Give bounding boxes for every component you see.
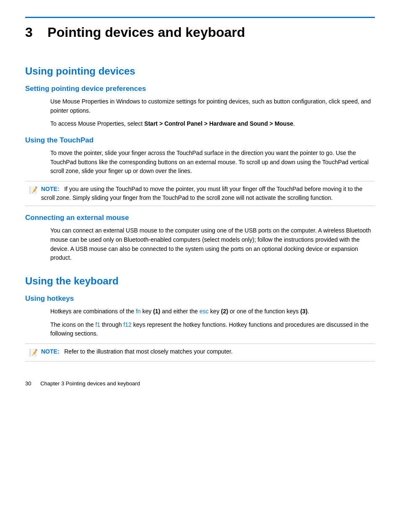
connecting-mouse-para: You can connect an external USB mouse to…	[50, 226, 375, 263]
using-keyboard-section: Using the keyboard Using hotkeys Hotkeys…	[25, 275, 375, 362]
touchpad-note-label: NOTE:	[41, 186, 60, 192]
page-number: 30	[25, 380, 31, 387]
setting-preferences-heading: Setting pointing device preferences	[25, 85, 375, 93]
chapter-title: 3 Pointing devices and keyboard	[25, 25, 375, 40]
using-touchpad-subsection: Using the TouchPad To move the pointer, …	[25, 136, 375, 206]
touchpad-note-content: NOTE: If you are using the TouchPad to m…	[41, 185, 371, 202]
chapter-title-text: Pointing devices and keyboard	[47, 25, 245, 40]
using-pointing-devices-section: Using pointing devices Setting pointing …	[25, 65, 375, 263]
hotkeys-note-icon: 📝	[29, 348, 38, 358]
hotkeys-para1: Hotkeys are combinations of the fn key (…	[50, 307, 375, 316]
using-hotkeys-heading: Using hotkeys	[25, 294, 375, 303]
chapter-ref: Chapter 3 Pointing devices and keyboard	[40, 380, 140, 387]
chapter-number: 3	[25, 25, 33, 40]
hotkeys-note-label: NOTE:	[41, 348, 60, 355]
using-touchpad-heading: Using the TouchPad	[25, 136, 375, 145]
note-icon: 📝	[29, 185, 38, 195]
using-pointing-devices-heading: Using pointing devices	[25, 65, 375, 77]
setting-preferences-para1: Use Mouse Properties in Windows to custo…	[50, 97, 375, 115]
page-footer: 30 Chapter 3 Pointing devices and keyboa…	[25, 380, 140, 387]
connecting-mouse-subsection: Connecting an external mouse You can con…	[25, 214, 375, 263]
page: 3 Pointing devices and keyboard Using po…	[0, 0, 400, 399]
hotkeys-para2: The icons on the f1 through f12 keys rep…	[50, 320, 375, 338]
hotkeys-note-text: Refer to the illustration that most clos…	[64, 348, 233, 355]
using-hotkeys-subsection: Using hotkeys Hotkeys are combinations o…	[25, 294, 375, 362]
using-keyboard-heading: Using the keyboard	[25, 275, 375, 287]
connecting-mouse-heading: Connecting an external mouse	[25, 214, 375, 222]
using-touchpad-para: To move the pointer, slide your finger a…	[50, 149, 375, 176]
setting-preferences-subsection: Setting pointing device preferences Use …	[25, 85, 375, 129]
setting-preferences-para2: To access Mouse Properties, select Start…	[50, 119, 375, 129]
touchpad-note-text: If you are using the TouchPad to move th…	[41, 186, 363, 201]
touchpad-note-box: 📝 NOTE: If you are using the TouchPad to…	[25, 181, 375, 206]
hotkeys-note-box: 📝 NOTE: Refer to the illustration that m…	[25, 343, 375, 362]
hotkeys-note-content: NOTE: Refer to the illustration that mos…	[41, 347, 233, 356]
chapter-header: 3 Pointing devices and keyboard	[25, 17, 375, 40]
